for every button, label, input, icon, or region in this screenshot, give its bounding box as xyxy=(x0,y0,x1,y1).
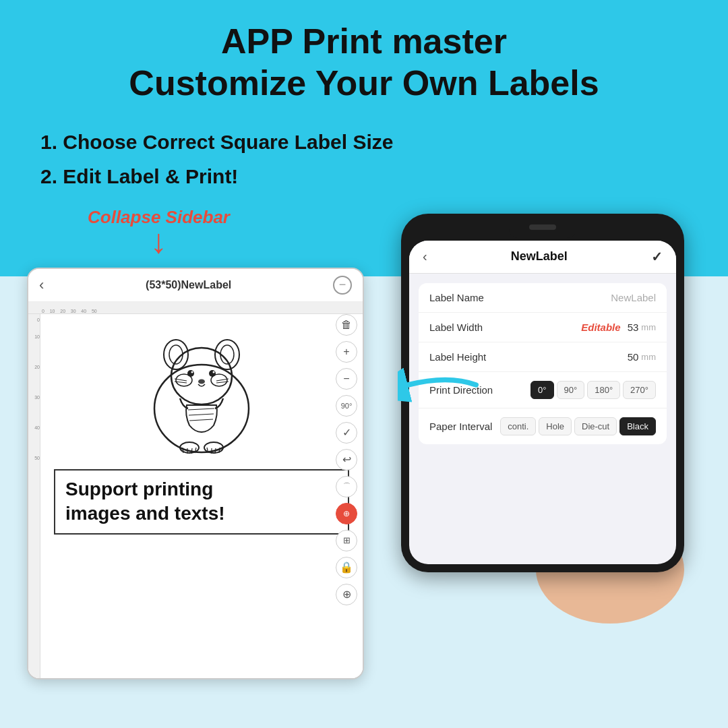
label-name-label: Label Name xyxy=(429,292,484,303)
label-width-value: 53 mm xyxy=(628,322,656,333)
label-width-row: Label Width Editable 53 mm xyxy=(419,313,667,342)
screen-header: ‹ NewLabel ✓ xyxy=(409,241,676,274)
height-unit: mm xyxy=(641,352,656,362)
top-section: APP Print master Customize Your Own Labe… xyxy=(0,0,728,118)
hamster-area xyxy=(40,314,363,469)
svg-point-1 xyxy=(171,348,232,404)
svg-point-0 xyxy=(154,365,249,452)
check-tool[interactable]: ✓ xyxy=(336,422,357,444)
toolbar-right: 🗑 + − 90° ✓ ↩ ⌒ ⊕ ⊞ 🔒 ⊕ xyxy=(336,314,357,605)
hamster-svg xyxy=(134,328,269,462)
dir-btn-0[interactable]: 0° xyxy=(530,381,553,399)
crop-tool[interactable]: ⊞ xyxy=(336,530,357,551)
dir-btn-270[interactable]: 270° xyxy=(623,381,656,399)
label-height-value: 50 mm xyxy=(628,351,656,363)
collapse-annotation: Collapse Sidebar ↓ xyxy=(88,207,230,258)
text-label-content: Support printing images and texts! xyxy=(65,477,338,526)
rotate-tool[interactable]: 90° xyxy=(336,395,357,417)
label-name-row: Label Name NewLabel xyxy=(419,283,667,313)
screen-title: NewLabel xyxy=(511,249,568,264)
delete-tool[interactable]: 🗑 xyxy=(336,314,357,336)
screen-back-icon[interactable]: ‹ xyxy=(423,249,427,264)
curve-tool[interactable]: ⌒ xyxy=(336,476,357,497)
title-line1: APP Print master xyxy=(221,22,507,61)
svg-point-9 xyxy=(213,371,215,373)
interval-black[interactable]: Black xyxy=(619,417,656,435)
undo-tool[interactable]: ↩ xyxy=(336,449,357,471)
editable-label: Editable xyxy=(581,322,620,333)
label-width-label: Label Width xyxy=(429,322,483,333)
svg-point-6 xyxy=(187,370,194,377)
canvas-inner: Support printing images and texts! xyxy=(40,314,363,678)
left-phone: Collapse Sidebar ↓ ‹ (53*50)NewLabel − 0… xyxy=(27,247,364,679)
svg-point-2 xyxy=(164,340,188,369)
step1-text: 1. Choose Correct Square Label Size xyxy=(40,125,688,159)
step2-text: 2. Edit Label & Print! xyxy=(40,159,688,193)
phone-notch xyxy=(509,224,576,238)
paper-interval-label: Paper Interval xyxy=(429,421,492,432)
blue-arrow xyxy=(398,358,479,415)
copy-tool[interactable]: ⊕ xyxy=(336,503,357,524)
dir-btn-180[interactable]: 180° xyxy=(587,381,620,399)
interval-btn-group: conti. Hole Die-cut Black xyxy=(500,417,656,435)
label-name-value: NewLabel xyxy=(611,292,656,303)
screen-check-icon[interactable]: ✓ xyxy=(651,249,663,265)
ruler-top: 0 10 20 30 40 50 xyxy=(28,302,363,314)
interval-diecut[interactable]: Die-cut xyxy=(574,417,617,435)
steps-section: 1. Choose Correct Square Label Size 2. E… xyxy=(0,118,728,193)
bottom-content: Collapse Sidebar ↓ ‹ (53*50)NewLabel − 0… xyxy=(0,200,728,679)
svg-point-7 xyxy=(209,370,216,377)
interval-hole[interactable]: Hole xyxy=(539,417,572,435)
right-phone-container: ‹ NewLabel ✓ Label Name NewLabel Label W… xyxy=(384,200,701,572)
add-tool[interactable]: + xyxy=(336,341,357,363)
left-phone-title: (53*50)NewLabel xyxy=(146,279,231,291)
left-phone-frame: ‹ (53*50)NewLabel − 0 10 20 30 40 50 0 1… xyxy=(27,268,364,679)
svg-point-8 xyxy=(191,371,193,373)
direction-btn-group: 0° 90° 180° 270° xyxy=(530,381,656,399)
main-title: APP Print master Customize Your Own Labe… xyxy=(27,20,701,104)
lock-tool[interactable]: 🔒 xyxy=(336,557,357,578)
left-phone-header: ‹ (53*50)NewLabel − xyxy=(28,269,363,302)
title-line2: Customize Your Own Labels xyxy=(129,63,599,102)
interval-conti[interactable]: conti. xyxy=(500,417,536,435)
svg-point-10 xyxy=(198,379,205,384)
text-label-box: Support printing images and texts! xyxy=(54,469,349,535)
move-tool[interactable]: ⊕ xyxy=(336,584,357,605)
svg-point-3 xyxy=(215,340,239,369)
width-unit: mm xyxy=(641,322,656,332)
width-number: 53 xyxy=(628,322,639,333)
canvas-area: 0 10 20 30 40 50 0 10 20 30 40 50 xyxy=(28,302,363,678)
ruler-left: 0 10 20 30 40 50 xyxy=(28,314,40,678)
subtract-tool[interactable]: − xyxy=(336,368,357,390)
minus-button[interactable]: − xyxy=(333,276,352,295)
dir-btn-90[interactable]: 90° xyxy=(557,381,585,399)
minus-icon: − xyxy=(339,278,346,292)
left-back-icon[interactable]: ‹ xyxy=(39,276,44,294)
collapse-arrow: ↓ xyxy=(88,224,230,258)
height-number: 50 xyxy=(628,351,639,363)
